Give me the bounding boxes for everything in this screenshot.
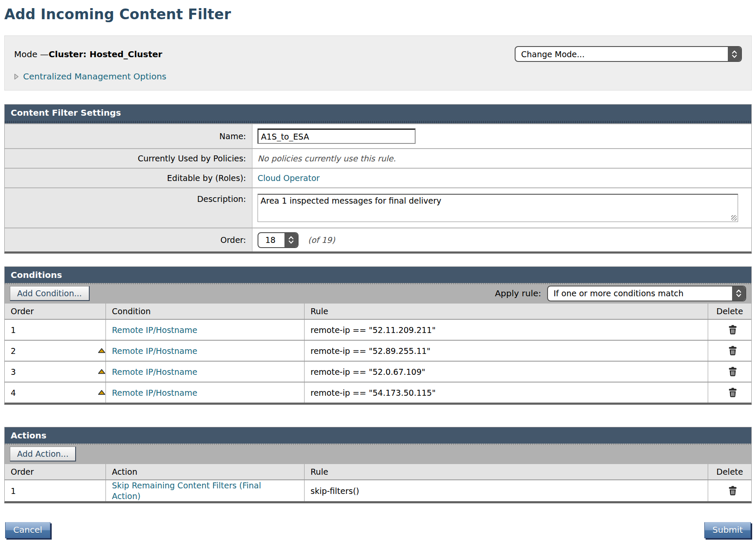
condition-cell: Remote IP/Hostname bbox=[105, 341, 304, 361]
column-header-condition: Condition bbox=[105, 304, 304, 319]
order-total-note: (of 19) bbox=[308, 235, 335, 245]
order-number: 4 bbox=[11, 388, 16, 397]
actions-section-header: Actions bbox=[5, 427, 751, 444]
actions-toolbar: Add Action... bbox=[5, 444, 751, 464]
column-header-action: Action bbox=[105, 464, 304, 479]
description-textarea[interactable]: Area 1 inspected messages for final deli… bbox=[258, 194, 738, 222]
apply-rule-select-value: If one or more conditions match bbox=[548, 289, 683, 298]
order-number: 3 bbox=[11, 367, 16, 377]
rule-cell: remote-ip == "52.0.67.109" bbox=[304, 362, 708, 382]
condition-row-order: 3 bbox=[5, 362, 105, 382]
column-header-delete: Delete bbox=[708, 304, 751, 319]
name-label: Name: bbox=[5, 124, 252, 148]
change-mode-select-value: Change Mode... bbox=[516, 50, 585, 59]
conditions-toolbar: Add Condition... Apply rule: If one or m… bbox=[5, 283, 751, 304]
trash-icon[interactable] bbox=[728, 388, 737, 397]
action-link[interactable]: Skip Remaining Content Filters (Final Ac… bbox=[112, 480, 283, 501]
delete-cell bbox=[708, 362, 751, 382]
add-action-button[interactable]: Add Action... bbox=[10, 447, 76, 461]
condition-link[interactable]: Remote IP/Hostname bbox=[112, 388, 197, 397]
column-header-order: Order bbox=[5, 304, 105, 319]
delete-cell bbox=[708, 320, 751, 340]
mode-value: Cluster: Hosted_Cluster bbox=[49, 49, 162, 59]
change-mode-select[interactable]: Change Mode... bbox=[515, 46, 742, 62]
content-filter-settings-panel: Content Filter Settings Name: Currently … bbox=[4, 104, 752, 254]
select-stepper-icon bbox=[732, 286, 745, 301]
footer-bar: Cancel Submit bbox=[4, 522, 752, 538]
order-number: 1 bbox=[11, 325, 16, 335]
move-up-icon[interactable] bbox=[98, 348, 105, 353]
condition-cell: Remote IP/Hostname bbox=[105, 383, 304, 403]
condition-cell: Remote IP/Hostname bbox=[105, 362, 304, 382]
mode-label: Mode — bbox=[14, 49, 49, 59]
condition-row-order: 4 bbox=[5, 383, 105, 403]
rule-cell: skip-filters() bbox=[304, 480, 708, 501]
add-condition-button[interactable]: Add Condition... bbox=[10, 286, 90, 301]
order-number: 2 bbox=[11, 346, 16, 356]
order-select[interactable]: 18 bbox=[258, 232, 299, 248]
column-header-rule: Rule bbox=[304, 304, 708, 319]
disclosure-triangle-icon[interactable] bbox=[14, 73, 19, 80]
conditions-table: Order Condition Rule Delete 1 Remote IP/… bbox=[5, 304, 751, 403]
policies-label: Currently Used by Policies: bbox=[5, 149, 252, 168]
mode-text: Mode —Cluster: Hosted_Cluster bbox=[14, 49, 162, 59]
column-header-delete: Delete bbox=[708, 464, 751, 479]
trash-icon[interactable] bbox=[728, 346, 737, 356]
select-stepper-icon bbox=[728, 47, 741, 61]
condition-link[interactable]: Remote IP/Hostname bbox=[112, 325, 197, 335]
editable-roles-label: Editable by (Roles): bbox=[5, 169, 252, 187]
rule-cell: remote-ip == "52.89.255.11" bbox=[304, 341, 708, 361]
actions-table: Order Action Rule Delete 1 Skip Remainin… bbox=[5, 464, 751, 501]
move-up-icon[interactable] bbox=[98, 369, 105, 374]
trash-icon[interactable] bbox=[728, 486, 737, 496]
cancel-button[interactable]: Cancel bbox=[5, 522, 50, 538]
delete-cell bbox=[708, 383, 751, 403]
move-up-icon[interactable] bbox=[98, 390, 105, 395]
rule-cell: remote-ip == "52.11.209.211" bbox=[304, 320, 708, 340]
name-input[interactable] bbox=[258, 128, 416, 144]
order-select-value: 18 bbox=[258, 235, 275, 245]
editable-roles-link[interactable]: Cloud Operator bbox=[258, 173, 319, 183]
column-header-rule: Rule bbox=[304, 464, 708, 479]
trash-icon[interactable] bbox=[728, 367, 737, 377]
action-cell: Skip Remaining Content Filters (Final Ac… bbox=[105, 480, 304, 501]
conditions-panel: Conditions Add Condition... Apply rule: … bbox=[4, 266, 752, 405]
condition-row-order: 1 bbox=[5, 320, 105, 340]
centralized-management-options-link[interactable]: Centralized Management Options bbox=[23, 71, 167, 82]
column-header-order: Order bbox=[5, 464, 105, 479]
condition-link[interactable]: Remote IP/Hostname bbox=[112, 346, 197, 356]
actions-panel: Actions Add Action... Order Action Rule … bbox=[4, 427, 752, 503]
settings-section-header: Content Filter Settings bbox=[5, 105, 751, 121]
order-number: 1 bbox=[11, 486, 16, 496]
trash-icon[interactable] bbox=[728, 325, 737, 335]
condition-row-order: 2 bbox=[5, 341, 105, 361]
delete-cell bbox=[708, 341, 751, 361]
conditions-section-header: Conditions bbox=[5, 267, 751, 283]
select-stepper-icon bbox=[284, 233, 298, 247]
policies-value: No policies currently use this rule. bbox=[258, 154, 396, 163]
order-label: Order: bbox=[5, 228, 252, 251]
condition-link[interactable]: Remote IP/Hostname bbox=[112, 367, 197, 377]
delete-cell bbox=[708, 480, 751, 501]
description-label: Description: bbox=[5, 188, 252, 228]
apply-rule-select[interactable]: If one or more conditions match bbox=[547, 286, 746, 301]
page-title: Add Incoming Content Filter bbox=[4, 6, 752, 23]
condition-cell: Remote IP/Hostname bbox=[105, 320, 304, 340]
mode-panel: Mode —Cluster: Hosted_Cluster Change Mod… bbox=[4, 35, 752, 91]
apply-rule-label: Apply rule: bbox=[495, 288, 541, 298]
submit-button[interactable]: Submit bbox=[704, 522, 751, 538]
rule-cell: remote-ip == "54.173.50.115" bbox=[304, 383, 708, 403]
action-row-order: 1 bbox=[5, 480, 105, 501]
